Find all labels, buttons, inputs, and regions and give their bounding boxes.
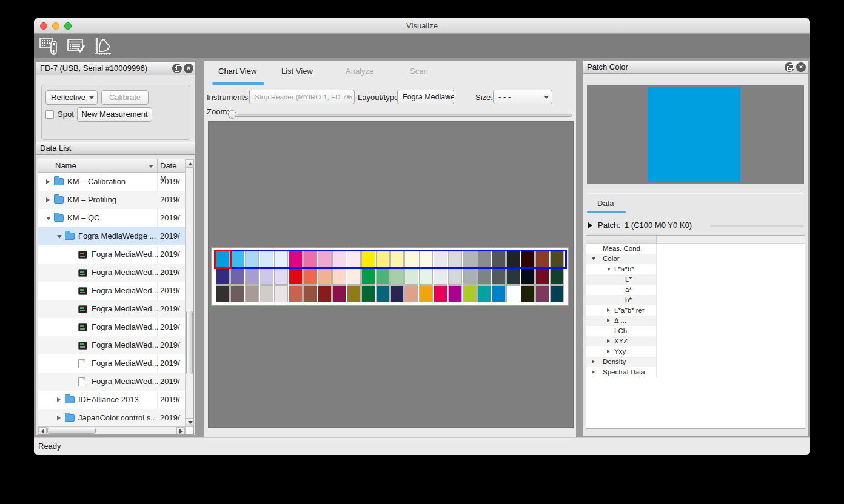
chart-patch[interactable] [477, 268, 491, 285]
disclosure-right-icon[interactable] [607, 339, 610, 343]
patch-tree-row[interactable]: XYZ [586, 336, 805, 346]
data-list-horizontal-scrollbar[interactable] [38, 426, 185, 434]
scroll-left-icon[interactable] [38, 427, 47, 434]
chart-patch[interactable] [448, 285, 462, 302]
disclosure-right-icon[interactable] [57, 397, 61, 402]
horizontal-scroll-thumb[interactable] [47, 428, 96, 434]
chart-patch[interactable] [506, 268, 520, 285]
disclosure-down-icon[interactable] [46, 217, 51, 220]
chart-patch[interactable] [245, 285, 259, 302]
chart-patch[interactable] [361, 268, 375, 285]
data-list-column-header[interactable]: Name Date M [38, 159, 185, 173]
chart-patch[interactable] [230, 251, 244, 268]
chart-patch[interactable] [361, 251, 375, 268]
chart-patch[interactable] [390, 251, 404, 268]
chart-patch[interactable] [332, 251, 346, 268]
patch-tree-row[interactable]: Density [586, 357, 805, 367]
float-panel-icon[interactable] [785, 62, 794, 72]
chart-patch[interactable] [390, 268, 404, 285]
chart-patch[interactable] [245, 268, 259, 285]
chart-patch[interactable] [347, 251, 361, 268]
chart-patch[interactable] [260, 268, 273, 285]
chart-patch[interactable] [535, 285, 549, 302]
chart-patch[interactable] [492, 285, 506, 302]
patch-tree-row[interactable]: Yxy [586, 346, 805, 357]
chart-patch[interactable] [535, 268, 549, 285]
patch-tree-row[interactable]: a* [586, 285, 805, 295]
data-list-row[interactable]: KM – Profiling2019/ [38, 191, 185, 209]
chart-patch[interactable] [216, 251, 230, 268]
layout-type-select[interactable]: Fogra Mediawe [397, 90, 454, 104]
chart-patch[interactable] [463, 251, 477, 268]
chart-patch[interactable] [521, 268, 535, 285]
patch-tree-row[interactable]: L*a*b* [586, 264, 805, 274]
data-list-row[interactable]: Fogra MediaWed...2019/ [38, 264, 185, 282]
chart-canvas[interactable] [208, 121, 574, 428]
patch-tree-row[interactable]: b* [586, 295, 805, 305]
chart-patch[interactable] [289, 251, 303, 268]
data-list-row[interactable]: KM – Calibration2019/ [38, 173, 185, 191]
chart-patch[interactable] [361, 285, 375, 302]
column-divider[interactable] [157, 159, 158, 173]
patch-tree-row[interactable]: LCh [586, 326, 805, 336]
chart-patch[interactable] [419, 268, 433, 285]
data-list-row[interactable]: Fogra MediaWed...2019/ [38, 373, 185, 391]
disclosure-down-icon[interactable] [592, 257, 595, 260]
chart-patch[interactable] [390, 285, 404, 302]
chart-patch[interactable] [347, 268, 361, 285]
disclosure-right-icon[interactable] [46, 197, 50, 202]
patch-tree-row[interactable]: L*a*b* ref [586, 305, 805, 316]
data-list-row[interactable]: JapanColor control s...2019/ [38, 409, 185, 426]
data-list-row[interactable]: Fogra MediaWed...2019/ [38, 354, 185, 373]
chart-patch[interactable] [260, 251, 273, 268]
chart-patch[interactable] [289, 285, 303, 302]
chart-patch[interactable] [332, 268, 346, 285]
data-list-row[interactable]: Fogra MediaWed...2019/ [38, 245, 185, 264]
chart-patch[interactable] [318, 268, 332, 285]
chart-patch[interactable] [448, 251, 462, 268]
chart-patch[interactable] [289, 268, 303, 285]
chart-patch[interactable] [260, 285, 273, 302]
chart-patch[interactable] [404, 268, 418, 285]
scroll-right-icon[interactable] [176, 427, 185, 434]
chart-patch[interactable] [434, 285, 447, 302]
close-panel-icon[interactable]: × [184, 64, 193, 73]
patch-tree-row[interactable]: Δ ... [586, 316, 805, 326]
disclosure-right-icon[interactable] [592, 360, 595, 363]
float-panel-icon[interactable] [172, 64, 182, 73]
data-list-row[interactable]: Fogra MediaWed...2019/ [38, 300, 185, 318]
data-list-row[interactable]: Fogra MediaWed...2019/ [38, 318, 185, 336]
chart-patch[interactable] [216, 268, 230, 285]
data-list-row[interactable]: Fogra MediaWedge ...2019/ [38, 227, 185, 245]
chart-patch[interactable] [550, 251, 564, 268]
disclosure-right-icon[interactable] [607, 319, 610, 322]
calibrate-button[interactable]: Calibrate [101, 90, 149, 105]
chart-patch[interactable] [434, 251, 447, 268]
chart-patch[interactable] [419, 285, 433, 302]
chart-patch[interactable] [463, 285, 477, 302]
chart-patch[interactable] [477, 285, 491, 302]
disclosure-down-icon[interactable] [607, 268, 611, 271]
mode-select[interactable]: Reflective [45, 90, 98, 105]
chart-patch[interactable] [550, 268, 564, 285]
disclosure-right-icon[interactable] [607, 308, 610, 312]
chart-patch[interactable] [216, 285, 230, 302]
name-column-header[interactable]: Name [55, 159, 76, 172]
chart-patch[interactable] [506, 251, 520, 268]
chart-patch[interactable] [376, 285, 390, 302]
chart-patch[interactable] [347, 285, 361, 302]
data-list-row[interactable]: IDEAlliance 20132019/ [38, 391, 185, 409]
zoom-slider-thumb[interactable] [228, 110, 236, 119]
tab-chart-view[interactable]: Chart View [218, 67, 256, 76]
chart-patch[interactable] [404, 251, 418, 268]
scroll-down-icon[interactable] [186, 418, 194, 426]
chart-patch[interactable] [303, 251, 317, 268]
chart-patch[interactable] [376, 268, 390, 285]
patch-tree-row[interactable]: Meas. Cond. [586, 244, 805, 254]
chart-patch[interactable] [506, 285, 520, 302]
chart-patch[interactable] [477, 251, 491, 268]
chart-patch[interactable] [230, 268, 244, 285]
chart-patch[interactable] [550, 285, 564, 302]
chart-patch[interactable] [303, 285, 317, 302]
tab-list-view[interactable]: List View [281, 67, 313, 76]
